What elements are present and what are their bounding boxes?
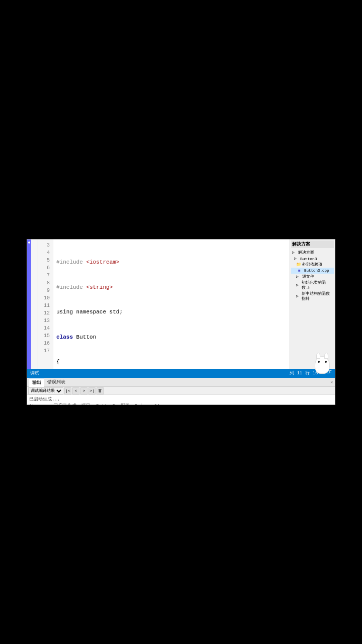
line-numbers: 3 4 5 6 7 8 9 10 11 12 13 14 15 16	[38, 239, 53, 369]
status-bar: 调试 列 11 行 16 CRLF	[27, 369, 335, 377]
output-tabs: 输出 错误列表 ✕	[27, 378, 335, 387]
func-label: 新中结构的函数指针	[302, 291, 333, 301]
ln-15: 15	[39, 332, 52, 340]
folder-icon: 📁	[296, 262, 301, 267]
toolbar-btn-1[interactable]: |<	[64, 387, 71, 394]
sidebar-item-external[interactable]: 📁 外部依赖项	[291, 262, 334, 268]
editor-area[interactable]: 3 4 5 6 7 8 9 10 11 12 13 14 15 16	[31, 239, 290, 369]
ln-5: 5	[39, 257, 52, 264]
ln-12: 12	[39, 309, 52, 317]
solution-label: 解决方案	[298, 250, 314, 255]
code-line-7: {	[56, 358, 287, 366]
close-panel-btn[interactable]: ✕	[330, 380, 333, 384]
mascot-eye-right	[325, 361, 327, 363]
left-strip	[27, 239, 31, 369]
sidebar-item-button3[interactable]: ▷ Button3	[291, 256, 334, 262]
toolbar-btn-3[interactable]: >	[80, 387, 87, 394]
mascot-eye-left	[318, 361, 320, 363]
sidebar-item-cpp[interactable]: ■ Button3.cpp	[291, 268, 334, 274]
tab-output[interactable]: 输出	[29, 378, 44, 387]
code-line-3: #include <iostream>	[56, 258, 287, 267]
sidebar-item-sources[interactable]: ▷ 源文件	[291, 274, 334, 280]
sidebar-title: 解决方案	[291, 240, 334, 248]
ln-11: 11	[39, 302, 52, 309]
output-line-1: 已启动生成...	[29, 396, 333, 403]
mascot-ear-left	[316, 353, 320, 359]
output-line-2: 1>------ 已启动生成: 项目: Button3, 配置: Debug x…	[29, 403, 333, 405]
header-label: 初始化类的函数.h	[302, 280, 333, 290]
code-editor[interactable]: #include <iostream> #include <string> us…	[53, 239, 290, 369]
output-source-dropdown[interactable]: 调试编译结果	[28, 387, 63, 394]
folder4-icon: ▷	[296, 294, 301, 299]
project-label: Button3	[300, 257, 317, 261]
ln-9: 9	[39, 287, 52, 294]
output-panel: 输出 错误列表 ✕ 调试编译结果 |< < > >| 🗑 已启动生成... 1>…	[27, 377, 335, 405]
status-col: 列 11	[290, 370, 302, 376]
status-mode: 调试	[30, 370, 39, 376]
breakpoint-strip	[31, 239, 38, 369]
ln-8: 8	[39, 279, 52, 287]
screen: 3 4 5 6 7 8 9 10 11 12 13 14 15 16	[0, 0, 362, 644]
folder3-icon: ▷	[296, 283, 301, 288]
toolbar-btn-clear[interactable]: 🗑	[97, 387, 104, 394]
code-line-4: #include <string>	[56, 283, 287, 292]
external-label: 外部依赖项	[302, 262, 322, 267]
toolbar-btn-4[interactable]: >|	[88, 387, 96, 394]
ln-7: 7	[39, 272, 52, 279]
ln-13: 13	[39, 317, 52, 325]
cpp-label: Button3.cpp	[304, 269, 329, 273]
src-label: 源文件	[302, 274, 314, 279]
tab-errors[interactable]: 错误列表	[44, 378, 68, 386]
toolbar-btn-2[interactable]: <	[72, 387, 79, 394]
mascot-ear-right	[324, 353, 328, 359]
editor-content: 3 4 5 6 7 8 9 10 11 12 13 14 15 16	[31, 239, 290, 369]
ide-window: 3 4 5 6 7 8 9 10 11 12 13 14 15 16	[27, 239, 335, 405]
ln-3: 3	[39, 242, 52, 249]
expand-icon: ▷	[292, 250, 297, 255]
ln-14: 14	[39, 325, 52, 332]
ide-main: 3 4 5 6 7 8 9 10 11 12 13 14 15 16	[27, 239, 335, 369]
sidebar-item-func[interactable]: ▷ 新中结构的函数指针	[291, 291, 334, 302]
ln-17: 17	[39, 347, 52, 355]
code-line-5: using namespace std;	[56, 308, 287, 316]
output-content: 已启动生成... 1>------ 已启动生成: 项目: Button3, 配置…	[27, 395, 335, 405]
sidebar-item-header[interactable]: ▷ 初始化类的函数.h	[291, 280, 334, 291]
ln-10: 10	[39, 294, 52, 302]
folder2-icon: ▷	[296, 274, 301, 279]
output-toolbar: 调试编译结果 |< < > >| 🗑	[27, 387, 335, 395]
status-left: 调试	[30, 370, 39, 376]
code-line-6: class Button	[56, 333, 287, 342]
folder-icon: ▷	[294, 256, 299, 261]
ln-16: 16	[39, 340, 52, 347]
cpp-file-icon: ■	[298, 268, 303, 273]
mascot	[315, 356, 333, 376]
mascot-body	[315, 356, 330, 374]
ln-6: 6	[39, 264, 52, 272]
strip-dot	[28, 242, 30, 244]
solution-explorer[interactable]: 解决方案 ▷ 解决方案 ▷ Button3 📁 外部依赖项 ■ Button3.…	[290, 239, 335, 369]
ln-4: 4	[39, 249, 52, 257]
sidebar-item-solution[interactable]: ▷ 解决方案	[291, 249, 334, 256]
